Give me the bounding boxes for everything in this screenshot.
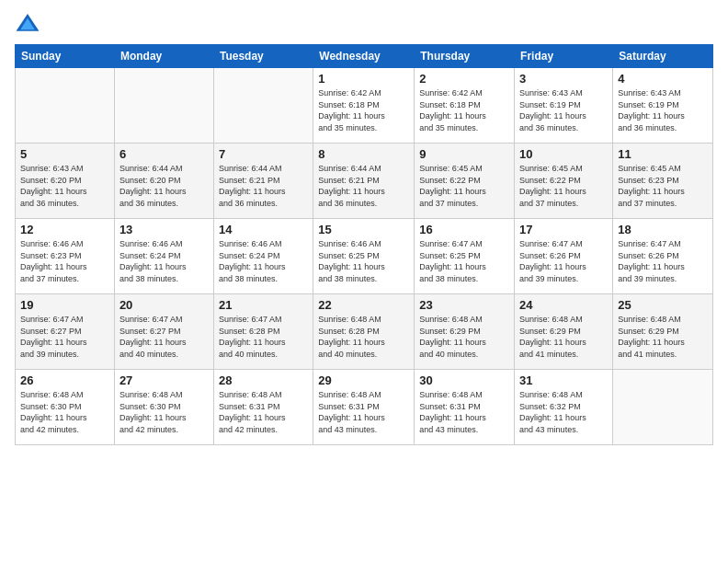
day-cell: 13Sunrise: 6:46 AMSunset: 6:24 PMDayligh…: [114, 219, 213, 294]
day-cell: 11Sunrise: 6:45 AMSunset: 6:23 PMDayligh…: [613, 144, 713, 219]
day-info: Sunrise: 6:48 AMSunset: 6:29 PMDaylight:…: [618, 314, 708, 360]
day-info: Sunrise: 6:48 AMSunset: 6:30 PMDaylight:…: [119, 389, 209, 435]
day-info: Sunrise: 6:47 AMSunset: 6:27 PMDaylight:…: [119, 314, 209, 360]
day-number: 8: [318, 147, 409, 161]
day-number: 18: [618, 223, 708, 236]
col-header-sunday: Sunday: [16, 45, 115, 68]
day-info: Sunrise: 6:48 AMSunset: 6:29 PMDaylight:…: [519, 314, 608, 360]
day-cell: [213, 68, 313, 144]
day-info: Sunrise: 6:48 AMSunset: 6:31 PMDaylight:…: [318, 389, 409, 435]
day-cell: 20Sunrise: 6:47 AMSunset: 6:27 PMDayligh…: [114, 294, 213, 370]
day-cell: 23Sunrise: 6:48 AMSunset: 6:29 PMDayligh…: [415, 294, 515, 370]
day-number: 15: [318, 223, 409, 236]
day-info: Sunrise: 6:48 AMSunset: 6:31 PMDaylight:…: [419, 389, 509, 435]
day-number: 4: [618, 72, 708, 86]
col-header-tuesday: Tuesday: [213, 45, 313, 68]
day-cell: 2Sunrise: 6:42 AMSunset: 6:18 PMDaylight…: [415, 68, 515, 144]
day-info: Sunrise: 6:43 AMSunset: 6:19 PMDaylight:…: [519, 87, 608, 133]
day-number: 12: [20, 223, 109, 236]
day-info: Sunrise: 6:44 AMSunset: 6:21 PMDaylight:…: [318, 163, 409, 209]
day-info: Sunrise: 6:45 AMSunset: 6:23 PMDaylight:…: [618, 163, 708, 209]
day-info: Sunrise: 6:45 AMSunset: 6:22 PMDaylight:…: [519, 163, 608, 209]
day-number: 13: [119, 223, 209, 236]
day-number: 31: [519, 373, 608, 387]
day-cell: 12Sunrise: 6:46 AMSunset: 6:23 PMDayligh…: [16, 219, 115, 294]
day-cell: 21Sunrise: 6:47 AMSunset: 6:28 PMDayligh…: [213, 294, 313, 370]
day-cell: 25Sunrise: 6:48 AMSunset: 6:29 PMDayligh…: [613, 294, 713, 370]
day-number: 10: [519, 147, 608, 161]
day-info: Sunrise: 6:47 AMSunset: 6:27 PMDaylight:…: [20, 314, 109, 360]
day-cell: 1Sunrise: 6:42 AMSunset: 6:18 PMDaylight…: [313, 68, 415, 144]
day-info: Sunrise: 6:44 AMSunset: 6:20 PMDaylight:…: [119, 163, 209, 209]
calendar: SundayMondayTuesdayWednesdayThursdayFrid…: [15, 44, 713, 445]
day-cell: 24Sunrise: 6:48 AMSunset: 6:29 PMDayligh…: [515, 294, 613, 370]
day-cell: 31Sunrise: 6:48 AMSunset: 6:32 PMDayligh…: [515, 370, 613, 445]
day-info: Sunrise: 6:43 AMSunset: 6:19 PMDaylight:…: [618, 87, 708, 133]
col-header-thursday: Thursday: [415, 45, 515, 68]
day-info: Sunrise: 6:47 AMSunset: 6:26 PMDaylight:…: [519, 238, 608, 284]
day-number: 28: [219, 373, 308, 387]
day-info: Sunrise: 6:46 AMSunset: 6:25 PMDaylight:…: [318, 238, 409, 284]
day-cell: 30Sunrise: 6:48 AMSunset: 6:31 PMDayligh…: [415, 370, 515, 445]
day-cell: 22Sunrise: 6:48 AMSunset: 6:28 PMDayligh…: [313, 294, 415, 370]
page: SundayMondayTuesdayWednesdayThursdayFrid…: [0, 0, 728, 563]
day-number: 19: [20, 298, 109, 312]
header: [15, 11, 713, 37]
day-info: Sunrise: 6:47 AMSunset: 6:28 PMDaylight:…: [219, 314, 308, 360]
day-number: 22: [318, 298, 409, 312]
day-info: Sunrise: 6:46 AMSunset: 6:24 PMDaylight:…: [119, 238, 209, 284]
day-info: Sunrise: 6:44 AMSunset: 6:21 PMDaylight:…: [219, 163, 308, 209]
day-info: Sunrise: 6:43 AMSunset: 6:20 PMDaylight:…: [20, 163, 109, 209]
week-row-3: 12Sunrise: 6:46 AMSunset: 6:23 PMDayligh…: [16, 219, 713, 294]
day-cell: 8Sunrise: 6:44 AMSunset: 6:21 PMDaylight…: [313, 144, 415, 219]
day-number: 11: [618, 147, 708, 161]
day-info: Sunrise: 6:46 AMSunset: 6:23 PMDaylight:…: [20, 238, 109, 284]
week-row-4: 19Sunrise: 6:47 AMSunset: 6:27 PMDayligh…: [16, 294, 713, 370]
day-number: 20: [119, 298, 209, 312]
day-number: 26: [20, 373, 109, 387]
day-info: Sunrise: 6:47 AMSunset: 6:25 PMDaylight:…: [419, 238, 509, 284]
day-cell: 7Sunrise: 6:44 AMSunset: 6:21 PMDaylight…: [213, 144, 313, 219]
day-number: 23: [419, 298, 509, 312]
day-number: 3: [519, 72, 608, 86]
day-info: Sunrise: 6:45 AMSunset: 6:22 PMDaylight:…: [419, 163, 509, 209]
day-number: 29: [318, 373, 409, 387]
day-cell: [114, 68, 213, 144]
logo-icon: [15, 11, 40, 37]
day-number: 21: [219, 298, 308, 312]
week-row-2: 5Sunrise: 6:43 AMSunset: 6:20 PMDaylight…: [16, 144, 713, 219]
day-cell: 26Sunrise: 6:48 AMSunset: 6:30 PMDayligh…: [16, 370, 115, 445]
day-number: 7: [219, 147, 308, 161]
day-info: Sunrise: 6:48 AMSunset: 6:30 PMDaylight:…: [20, 389, 109, 435]
day-info: Sunrise: 6:48 AMSunset: 6:29 PMDaylight:…: [419, 314, 509, 360]
day-info: Sunrise: 6:48 AMSunset: 6:31 PMDaylight:…: [219, 389, 308, 435]
day-info: Sunrise: 6:46 AMSunset: 6:24 PMDaylight:…: [219, 238, 308, 284]
day-info: Sunrise: 6:48 AMSunset: 6:32 PMDaylight:…: [519, 389, 608, 435]
day-cell: 14Sunrise: 6:46 AMSunset: 6:24 PMDayligh…: [213, 219, 313, 294]
day-cell: [613, 370, 713, 445]
week-row-1: 1Sunrise: 6:42 AMSunset: 6:18 PMDaylight…: [16, 68, 713, 144]
day-info: Sunrise: 6:42 AMSunset: 6:18 PMDaylight:…: [318, 87, 409, 133]
logo: [15, 11, 44, 37]
day-info: Sunrise: 6:42 AMSunset: 6:18 PMDaylight:…: [419, 87, 509, 133]
day-number: 25: [618, 298, 708, 312]
day-cell: 4Sunrise: 6:43 AMSunset: 6:19 PMDaylight…: [613, 68, 713, 144]
day-cell: 6Sunrise: 6:44 AMSunset: 6:20 PMDaylight…: [114, 144, 213, 219]
day-cell: 28Sunrise: 6:48 AMSunset: 6:31 PMDayligh…: [213, 370, 313, 445]
day-number: 17: [519, 223, 608, 236]
day-cell: 15Sunrise: 6:46 AMSunset: 6:25 PMDayligh…: [313, 219, 415, 294]
col-header-saturday: Saturday: [613, 45, 713, 68]
day-number: 30: [419, 373, 509, 387]
day-number: 9: [419, 147, 509, 161]
day-cell: 16Sunrise: 6:47 AMSunset: 6:25 PMDayligh…: [415, 219, 515, 294]
day-number: 1: [318, 72, 409, 86]
day-info: Sunrise: 6:48 AMSunset: 6:28 PMDaylight:…: [318, 314, 409, 360]
day-cell: 9Sunrise: 6:45 AMSunset: 6:22 PMDaylight…: [415, 144, 515, 219]
col-header-wednesday: Wednesday: [313, 45, 415, 68]
day-cell: 27Sunrise: 6:48 AMSunset: 6:30 PMDayligh…: [114, 370, 213, 445]
day-cell: 3Sunrise: 6:43 AMSunset: 6:19 PMDaylight…: [515, 68, 613, 144]
day-cell: 17Sunrise: 6:47 AMSunset: 6:26 PMDayligh…: [515, 219, 613, 294]
day-number: 24: [519, 298, 608, 312]
day-cell: 19Sunrise: 6:47 AMSunset: 6:27 PMDayligh…: [16, 294, 115, 370]
day-cell: 5Sunrise: 6:43 AMSunset: 6:20 PMDaylight…: [16, 144, 115, 219]
